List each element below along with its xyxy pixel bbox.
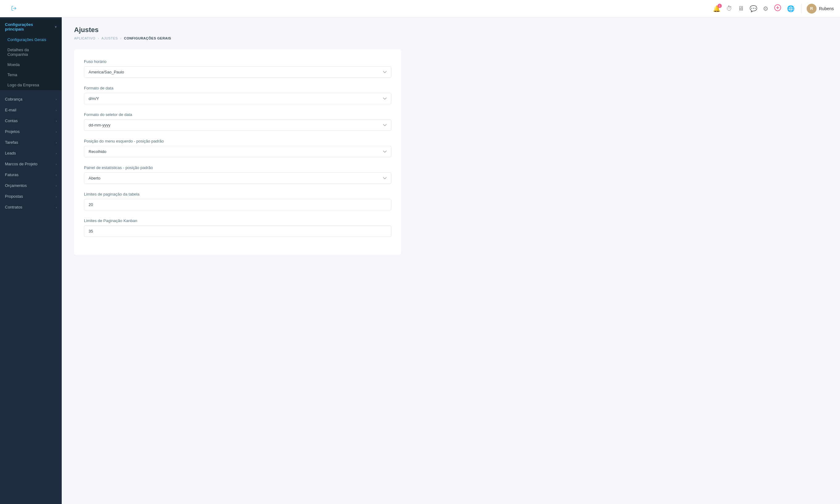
label-kanban-pagination: Limites de Paginação Kanban: [84, 218, 391, 223]
input-kanban-pagination[interactable]: [84, 226, 391, 237]
chevron-right-icon: ›: [55, 205, 57, 209]
layout: Configuraçõesprincipais ▾ Configurações …: [0, 17, 840, 504]
label-timezone: Fuso horário: [84, 59, 391, 64]
logout-label: Saída: [19, 6, 31, 11]
breadcrumb-sep-2: ›: [120, 37, 122, 40]
sidebar-item-configuracoes-principais[interactable]: Configuraçõesprincipais ▾: [0, 19, 62, 35]
breadcrumb-sep-1: ›: [98, 37, 99, 40]
sidebar-item-faturas[interactable]: Faturas ›: [0, 169, 62, 180]
form-group-date-picker-format: Formato do seletor de data dd-mm-yyyy mm…: [84, 112, 391, 131]
select-left-menu[interactable]: Recolhido Expandido: [84, 146, 391, 157]
chevron-down-icon: ▾: [55, 25, 57, 29]
add-icon[interactable]: [774, 4, 781, 13]
sidebar-subitem-detalhes-companhia[interactable]: Detalhes daCompanhia: [0, 45, 62, 59]
chevron-right-icon: ›: [55, 130, 57, 133]
page-title: Ajustes: [74, 26, 828, 34]
chevron-right-icon: ›: [55, 108, 57, 112]
label-date-picker-format: Formato do seletor de data: [84, 112, 391, 117]
notifications-icon[interactable]: 🔔 1: [713, 5, 721, 12]
user-area: R Rubens: [801, 4, 834, 14]
sidebar-item-cobranca[interactable]: Cobrança ›: [0, 94, 62, 105]
chevron-right-icon: ›: [55, 141, 57, 144]
label-date-format: Formato de data: [84, 86, 391, 90]
username-label: Rubens: [819, 6, 834, 11]
notification-badge: 1: [717, 4, 722, 8]
label-stats-panel: Painel de estatísticas - posição padrão: [84, 165, 391, 170]
sidebar-item-email[interactable]: E-mail ›: [0, 105, 62, 115]
sidebar-item-contas[interactable]: Contas ›: [0, 115, 62, 126]
sidebar-submenu-configuracoes: Configurações Gerais Detalhes daCompanhi…: [0, 35, 62, 90]
input-table-pagination[interactable]: [84, 199, 391, 210]
chevron-right-icon: ›: [55, 119, 57, 123]
select-date-picker-format[interactable]: dd-mm-yyyy mm-dd-yyyy yyyy-mm-dd: [84, 119, 391, 131]
avatar: R: [807, 4, 817, 14]
sidebar-item-marcos[interactable]: Marcos de Projeto ›: [0, 159, 62, 169]
chevron-right-icon: ›: [55, 97, 57, 101]
sidebar-subitem-logo[interactable]: Logo da Empresa: [0, 80, 62, 90]
sidebar-section-main: Configuraçõesprincipais ▾ Configurações …: [0, 17, 62, 92]
form-group-timezone: Fuso horário America/Sao_Paulo America/N…: [84, 59, 391, 78]
chevron-right-icon: ›: [55, 184, 57, 187]
form-group-kanban-pagination: Limites de Paginação Kanban: [84, 218, 391, 237]
sidebar-subitem-tema[interactable]: Tema: [0, 70, 62, 80]
chat-icon[interactable]: 💬: [750, 5, 757, 12]
form-group-left-menu: Posição do menu esquerdo - posição padrã…: [84, 139, 391, 157]
select-stats-panel[interactable]: Aberto Fechado: [84, 173, 391, 184]
sidebar-item-propostas[interactable]: Propostas ›: [0, 191, 62, 202]
sidebar-section-other: Cobrança › E-mail › Contas › Projetos › …: [0, 92, 62, 214]
breadcrumb-ajustes: AJUSTES: [102, 36, 118, 40]
select-timezone[interactable]: America/Sao_Paulo America/New_York Europ…: [84, 66, 391, 78]
top-header: Saída 🔔 1 ⏱ 🖥 💬 ⚙ 🌐 R Rubens: [0, 0, 840, 17]
header-left: Saída: [6, 1, 36, 16]
sidebar-item-tarefas[interactable]: Tarefas ›: [0, 137, 62, 148]
sidebar-item-orcamentos[interactable]: Orçamentos ›: [0, 180, 62, 191]
sidebar: Configuraçõesprincipais ▾ Configurações …: [0, 17, 62, 504]
settings-form: Fuso horário America/Sao_Paulo America/N…: [74, 49, 401, 255]
monitor-icon[interactable]: 🖥: [738, 5, 744, 12]
chevron-right-icon: ›: [55, 162, 57, 166]
sidebar-subitem-configuracoes-gerais[interactable]: Configurações Gerais: [0, 35, 62, 45]
sidebar-item-leads[interactable]: Leads ›: [0, 148, 62, 159]
form-group-date-format: Formato de data d/m/Y m/d/Y Y-m-d: [84, 86, 391, 104]
form-group-stats-panel: Painel de estatísticas - posição padrão …: [84, 165, 391, 184]
chevron-right-icon: ›: [55, 151, 57, 155]
logout-button[interactable]: Saída: [6, 1, 36, 16]
timer-icon[interactable]: ⏱: [726, 5, 732, 12]
sidebar-item-contratos[interactable]: Contratos ›: [0, 202, 62, 213]
select-date-format[interactable]: d/m/Y m/d/Y Y-m-d: [84, 93, 391, 104]
settings-icon[interactable]: ⚙: [763, 5, 768, 12]
chevron-right-icon: ›: [55, 195, 57, 198]
breadcrumb-current: CONFIGURAÇÕES GERAIS: [124, 36, 171, 40]
sidebar-item-label: Configuraçõesprincipais: [5, 22, 33, 32]
sidebar-subitem-moeda[interactable]: Moeda: [0, 59, 62, 70]
sidebar-item-projetos[interactable]: Projetos ›: [0, 126, 62, 137]
globe-icon[interactable]: 🌐: [787, 5, 795, 12]
form-group-table-pagination: Limites de paginação da tabela: [84, 192, 391, 210]
label-table-pagination: Limites de paginação da tabela: [84, 192, 391, 197]
header-icons: 🔔 1 ⏱ 🖥 💬 ⚙ 🌐 R Rubens: [713, 4, 834, 14]
breadcrumb-aplicativo: APLICATIVO: [74, 36, 95, 40]
label-left-menu: Posição do menu esquerdo - posição padrã…: [84, 139, 391, 143]
breadcrumb: APLICATIVO › AJUSTES › CONFIGURAÇÕES GER…: [74, 36, 828, 40]
main-content: Ajustes APLICATIVO › AJUSTES › CONFIGURA…: [62, 17, 840, 504]
chevron-right-icon: ›: [55, 173, 57, 177]
